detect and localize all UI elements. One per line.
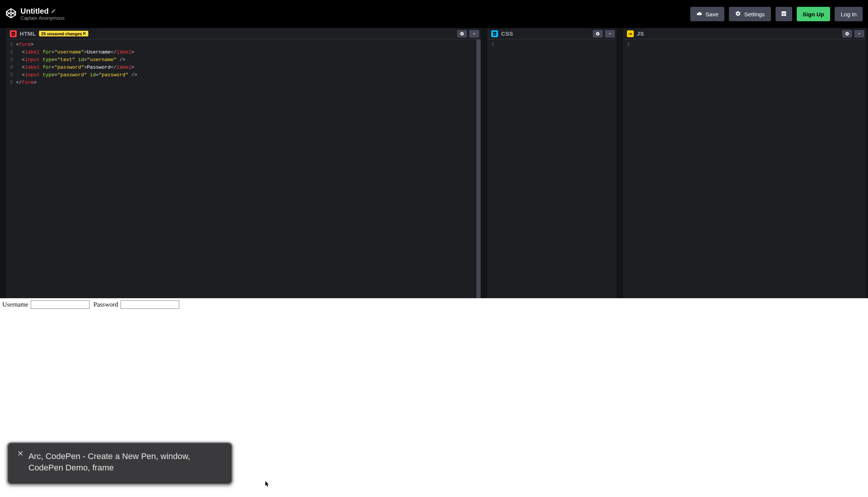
settings-button-label: Settings (744, 11, 765, 17)
preview-password-label[interactable]: Password (93, 301, 118, 308)
unsaved-changes-badge[interactable]: 25 unsaved changes ✕ (39, 31, 89, 36)
save-button-label: Save (705, 11, 718, 17)
js-dropdown-button[interactable] (854, 30, 864, 38)
html-panel-header: HTML 25 unsaved changes ✕ (6, 28, 481, 39)
css-panel: CSS 1 (487, 28, 616, 298)
html-panel: HTML 25 unsaved changes ✕ 1<form>2 <labe… (6, 28, 481, 298)
preview-username-input[interactable] (31, 300, 89, 309)
html-code-editor[interactable]: 1<form>2 <label for="username">Username<… (6, 39, 481, 298)
html-dropdown-button[interactable] (469, 30, 479, 38)
svg-rect-5 (784, 14, 786, 16)
html-panel-label: HTML (20, 30, 36, 37)
js-code-editor[interactable]: 1 (623, 39, 866, 298)
login-button-label: Log In (841, 11, 857, 17)
preview-password-input[interactable] (121, 300, 179, 309)
close-icon: ✕ (83, 31, 86, 36)
editor-panels: HTML 25 unsaved changes ✕ 1<form>2 <labe… (0, 28, 868, 298)
layout-button[interactable] (776, 7, 792, 21)
svg-rect-3 (782, 11, 786, 13)
svg-text:JS: JS (629, 32, 632, 36)
css-lang-icon (491, 30, 498, 37)
codepen-logo[interactable] (5, 8, 17, 20)
layout-icon (781, 11, 787, 18)
accessibility-tooltip: Arc, CodePen - Create a New Pen, window,… (7, 442, 233, 485)
html-lang-icon (10, 30, 17, 37)
gear-icon (735, 11, 741, 18)
js-panel: JS JS 1 (623, 28, 866, 298)
css-dropdown-button[interactable] (605, 30, 615, 38)
svg-rect-4 (782, 14, 783, 16)
signup-button[interactable]: Sign Up (797, 7, 830, 21)
pen-author: Captain Anonymous (20, 16, 64, 21)
pen-title[interactable]: Untitled (20, 7, 49, 16)
js-panel-header: JS JS (623, 28, 866, 39)
cloud-icon (696, 11, 702, 18)
html-settings-button[interactable] (457, 30, 467, 38)
js-lang-icon: JS (627, 30, 634, 37)
js-panel-label: JS (637, 30, 644, 37)
css-code-editor[interactable]: 1 (487, 39, 616, 298)
login-button[interactable]: Log In (835, 7, 863, 21)
tooltip-text: Arc, CodePen - Create a New Pen, window,… (28, 451, 190, 472)
css-settings-button[interactable] (593, 30, 603, 38)
signup-button-label: Sign Up (803, 11, 824, 17)
unsaved-changes-text: 25 unsaved changes (41, 31, 82, 36)
preview-username-label[interactable]: Username (2, 301, 28, 308)
edit-title-icon[interactable] (51, 7, 56, 16)
mouse-cursor (265, 481, 269, 486)
css-panel-header: CSS (487, 28, 616, 39)
save-button[interactable]: Save (690, 7, 724, 21)
app-header: Untitled Captain Anonymous Save Settings… (0, 2, 868, 26)
scrollbar-vertical[interactable] (476, 39, 481, 298)
css-panel-label: CSS (501, 30, 513, 37)
tooltip-close-button[interactable] (16, 449, 25, 458)
settings-button[interactable]: Settings (729, 7, 771, 21)
js-settings-button[interactable] (842, 30, 852, 38)
